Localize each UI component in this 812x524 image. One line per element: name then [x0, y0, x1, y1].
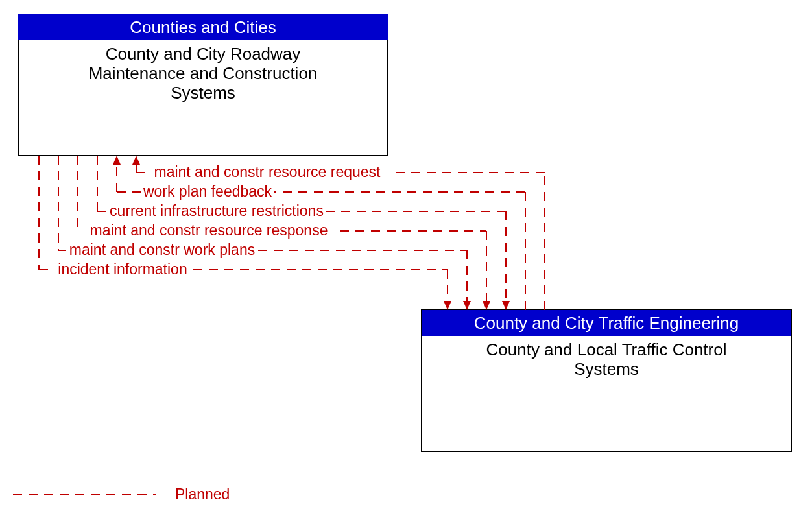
- flow-label-work-plan-feedback: work plan feedback: [143, 183, 272, 200]
- box-county-city-roadway-maintenance: Counties and Cities County and City Road…: [18, 14, 388, 156]
- svg-marker-18: [483, 301, 490, 310]
- box-b-body-line1: County and Local Traffic Control: [486, 340, 727, 359]
- flow-label-incident-information: incident information: [58, 261, 187, 278]
- svg-marker-23: [463, 301, 471, 310]
- flow-label-resource-response: maint and constr resource response: [90, 222, 328, 239]
- box-b-header-text: County and City Traffic Engineering: [474, 313, 739, 333]
- svg-marker-28: [444, 301, 451, 310]
- box-a-body-line2: Maintenance and Construction: [89, 64, 318, 83]
- box-a-header-text: Counties and Cities: [130, 18, 276, 37]
- legend-planned-label: Planned: [175, 486, 230, 503]
- flow-label-work-plans: maint and constr work plans: [69, 241, 255, 258]
- box-a-body-line3: Systems: [171, 83, 235, 102]
- svg-marker-4: [132, 156, 140, 165]
- svg-marker-9: [113, 156, 121, 165]
- box-county-local-traffic-control: County and City Traffic Engineering Coun…: [422, 310, 791, 451]
- architecture-flow-diagram: Counties and Cities County and City Road…: [0, 0, 812, 524]
- box-b-body-line2: Systems: [574, 359, 639, 379]
- box-a-body-line1: County and City Roadway: [106, 44, 301, 64]
- flow-label-infrastructure-restrictions: current infrastructure restrictions: [110, 202, 324, 219]
- flow-label-resource-request: maint and constr resource request: [154, 163, 381, 180]
- legend: Planned: [13, 486, 230, 503]
- svg-marker-14: [502, 301, 510, 310]
